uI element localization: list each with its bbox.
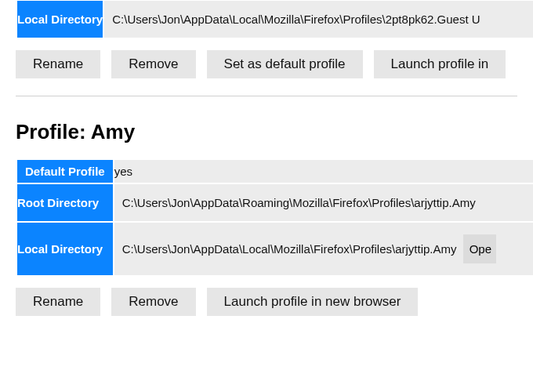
local-directory-value: C:\Users\Jon\AppData\Local\Mozilla\Firef… [114,223,533,275]
local-directory-value: C:\Users\Jon\AppData\Local\Mozilla\Firef… [104,1,533,38]
remove-button[interactable]: Remove [111,50,195,78]
root-directory-path: C:\Users\Jon\AppData\Roaming\Mozilla\Fir… [122,196,476,209]
divider [16,96,517,96]
launch-profile-button[interactable]: Launch profile in new browser [207,288,419,316]
rename-button[interactable]: Rename [16,50,100,78]
launch-profile-button[interactable]: Launch profile in [374,50,506,78]
local-directory-label: Local Directory [17,1,103,38]
local-directory-path: C:\Users\Jon\AppData\Local\Mozilla\Firef… [122,242,457,256]
profile-actions-amy: Rename Remove Launch profile in new brow… [16,288,517,316]
local-directory-label: Local Directory [17,223,113,275]
root-directory-value: C:\Users\Jon\AppData\Roaming\Mozilla\Fir… [114,184,533,221]
remove-button[interactable]: Remove [111,288,195,316]
set-default-button[interactable]: Set as default profile [207,50,363,78]
open-folder-button[interactable]: Ope [463,234,496,263]
default-profile-label: Default Profile [17,160,113,183]
root-directory-label: Root Directory [17,184,113,221]
profile-actions-guest: Rename Remove Set as default profile Lau… [16,50,517,78]
profile-heading-amy: Profile: Amy [16,120,517,144]
profile-table-guest: Root Directory C:\Users\Jon\AppData\Roam… [16,0,533,39]
rename-button[interactable]: Rename [16,288,100,316]
profile-table-amy: Default Profile yes Root Directory C:\Us… [16,158,533,277]
default-profile-value: yes [114,160,533,183]
